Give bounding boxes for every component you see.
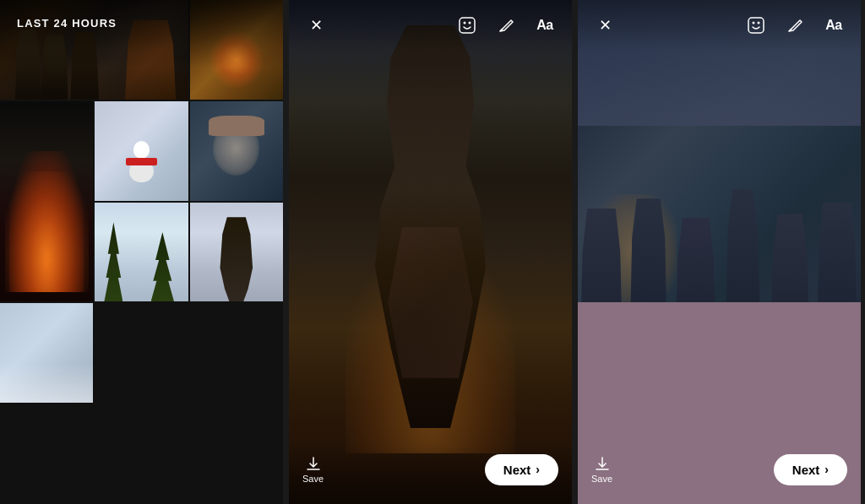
photo-cell[interactable]: [95, 203, 188, 302]
right-save-button[interactable]: Save: [591, 456, 612, 484]
photo-cell[interactable]: [0, 101, 93, 302]
sticker-icon: [458, 16, 476, 35]
save-label: Save: [302, 474, 324, 484]
right-text-button[interactable]: Aa: [820, 12, 847, 39]
save-icon: [306, 456, 321, 471]
right-header-right: Aa: [743, 12, 847, 39]
right-close-button[interactable]: ✕: [591, 12, 618, 39]
right-draw-button[interactable]: [781, 12, 808, 39]
save-button[interactable]: Save: [302, 456, 324, 484]
next-button[interactable]: Next ›: [485, 454, 558, 485]
gallery-overlay: [0, 0, 283, 68]
svg-point-1: [464, 22, 466, 24]
svg-rect-4: [748, 18, 764, 33]
next-label: Next: [503, 463, 531, 477]
right-save-label: Save: [591, 474, 612, 484]
story-header-right: Aa: [454, 12, 558, 39]
story-footer: Save Next ›: [289, 445, 572, 504]
svg-point-5: [753, 22, 755, 24]
photo-grid: [0, 0, 283, 504]
photo-cell[interactable]: [0, 303, 93, 403]
right-draw-icon: [786, 17, 803, 34]
sticker-button[interactable]: [454, 12, 481, 39]
right-next-chevron: ›: [824, 463, 829, 476]
middle-story-panel: ✕ Aa: [289, 0, 572, 504]
right-story-header: ✕ Aa: [578, 0, 861, 51]
gallery-panel: LAST 24 HOURS: [0, 0, 283, 504]
story-background-image: [289, 0, 572, 504]
photo-cell[interactable]: [95, 101, 188, 201]
gallery-title: LAST 24 HOURS: [17, 17, 117, 30]
close-button[interactable]: ✕: [302, 12, 329, 39]
photo-cell[interactable]: [190, 101, 283, 201]
right-story-footer: Save Next ›: [578, 445, 861, 504]
right-story-panel: ✕ Aa: [578, 0, 861, 504]
right-sticker-icon: [747, 16, 765, 35]
text-button[interactable]: Aa: [531, 12, 558, 39]
right-next-label: Next: [792, 463, 820, 477]
next-chevron: ›: [536, 463, 540, 476]
photo-cell[interactable]: [190, 203, 283, 302]
svg-point-6: [758, 22, 760, 24]
draw-button[interactable]: [492, 12, 520, 39]
right-sticker-button[interactable]: [743, 12, 770, 39]
story-header: ✕ Aa: [289, 0, 572, 51]
svg-point-2: [469, 22, 471, 24]
svg-rect-0: [460, 18, 475, 33]
right-next-button[interactable]: Next ›: [774, 454, 847, 485]
draw-icon: [498, 17, 514, 34]
right-save-icon: [595, 456, 610, 471]
